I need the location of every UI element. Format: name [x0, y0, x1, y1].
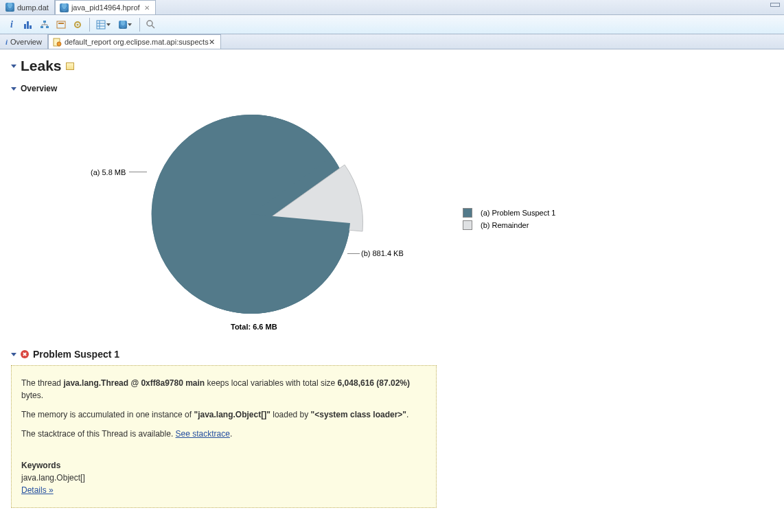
overview-title: Overview — [21, 84, 57, 93]
report-icon — [53, 38, 62, 47]
minimize-icon[interactable] — [770, 3, 780, 7]
pie-total-label: Total: 6.6 MB — [231, 323, 277, 331]
pie-label-a: (a) 5.8 MB — [91, 168, 126, 176]
chevron-down-icon — [11, 65, 16, 68]
overview-pie-chart: (a) 5.8 MB (b) 881.4 KB Total: 6.6 MB (a… — [11, 97, 773, 338]
svg-rect-1 — [27, 21, 29, 29]
see-stacktrace-link[interactable]: See stacktrace — [176, 429, 230, 439]
svg-line-15 — [152, 25, 154, 28]
bar-chart-icon — [23, 20, 33, 30]
oql-icon — [56, 20, 66, 30]
database-icon — [119, 21, 127, 29]
toolbar-separator — [89, 18, 90, 32]
subtab-label: default_report org.eclipse.mat.api:suspe… — [65, 38, 209, 46]
svg-rect-2 — [30, 25, 32, 29]
legend-swatch — [463, 208, 472, 218]
svg-point-17 — [57, 42, 61, 46]
svg-rect-10 — [97, 21, 105, 29]
problem-section-header[interactable]: Problem Suspect 1 — [11, 349, 773, 360]
tab-label: dump.dat — [17, 3, 49, 12]
legend-item: (a) Problem Suspect 1 — [463, 208, 555, 218]
legend-label: (b) Remainder — [481, 221, 529, 229]
pie-svg — [141, 111, 375, 324]
svg-rect-4 — [41, 26, 43, 28]
svg-point-14 — [147, 21, 152, 26]
suspect-paragraph-2: The memory is accumulated in one instanc… — [21, 408, 426, 421]
leader-line — [347, 253, 360, 254]
svg-rect-3 — [43, 21, 46, 23]
legend-label: (a) Problem Suspect 1 — [481, 209, 555, 217]
svg-point-9 — [77, 23, 79, 25]
report-icon — [66, 62, 74, 70]
open-object-button[interactable] — [115, 17, 135, 32]
leaks-title: Leaks — [21, 58, 62, 74]
legend-swatch — [463, 220, 472, 230]
keywords-block: Keywords java.lang.Object[] Details » — [21, 459, 426, 496]
grid-icon — [96, 20, 106, 30]
error-icon — [21, 350, 29, 358]
subtab-bar: i Overview default_report org.eclipse.ma… — [0, 34, 784, 49]
details-link[interactable]: Details » — [21, 485, 54, 495]
search-icon — [146, 19, 156, 30]
dominator-tree-button[interactable] — [37, 17, 52, 32]
suspect-paragraph-1: The thread java.lang.Thread @ 0xff8a9780… — [21, 377, 426, 402]
subtab-default-report[interactable]: default_report org.eclipse.mat.api:suspe… — [48, 34, 221, 49]
query-browser-button[interactable] — [93, 17, 113, 32]
tab-label: java_pid14964.hprof — [71, 3, 140, 12]
report-content: Leaks Overview (a) 5.8 MB (b) 881.4 KB — [0, 49, 784, 516]
svg-rect-0 — [24, 24, 26, 29]
gear-icon — [73, 20, 82, 30]
problem-title: Problem Suspect 1 — [33, 349, 119, 360]
chevron-down-icon — [128, 23, 132, 26]
tab-hprof[interactable]: java_pid14964.hprof ✕ — [55, 0, 156, 14]
leader-line — [129, 172, 147, 172]
toolbar-separator — [139, 18, 140, 32]
database-icon — [5, 3, 14, 12]
search-button[interactable] — [143, 17, 158, 32]
info-button[interactable]: i — [4, 17, 19, 32]
info-icon: i — [5, 38, 8, 46]
chevron-down-icon — [106, 23, 111, 26]
overview-section-header[interactable]: Overview — [11, 84, 773, 93]
legend-item: (b) Remainder — [463, 220, 555, 230]
svg-rect-7 — [58, 23, 64, 24]
chevron-down-icon — [11, 87, 16, 91]
suspect-paragraph-3: The stacktrace of this Thread is availab… — [21, 428, 426, 440]
editor-tab-bar: dump.dat java_pid14964.hprof ✕ — [0, 0, 784, 15]
tab-dump-dat[interactable]: dump.dat — [1, 0, 55, 14]
subtab-overview[interactable]: i Overview — [1, 34, 48, 49]
svg-rect-5 — [46, 26, 49, 28]
database-icon — [60, 3, 69, 12]
leaks-section-header[interactable]: Leaks — [11, 58, 773, 74]
run-expert-button[interactable] — [70, 17, 85, 32]
close-icon[interactable]: ✕ — [209, 38, 215, 47]
toolbar: i — [0, 15, 784, 34]
tree-icon — [40, 20, 49, 30]
close-icon[interactable]: ✕ — [144, 4, 150, 12]
svg-rect-6 — [57, 21, 65, 28]
chart-legend: (a) Problem Suspect 1 (b) Remainder — [463, 208, 555, 233]
subtab-label: Overview — [10, 38, 42, 46]
chevron-down-icon — [11, 353, 16, 356]
info-icon: i — [10, 19, 13, 30]
pie-label-b: (b) 881.4 KB — [361, 249, 404, 257]
oql-button[interactable] — [54, 17, 69, 32]
problem-suspect-box: The thread java.lang.Thread @ 0xff8a9780… — [11, 365, 437, 508]
histogram-button[interactable] — [21, 17, 36, 32]
